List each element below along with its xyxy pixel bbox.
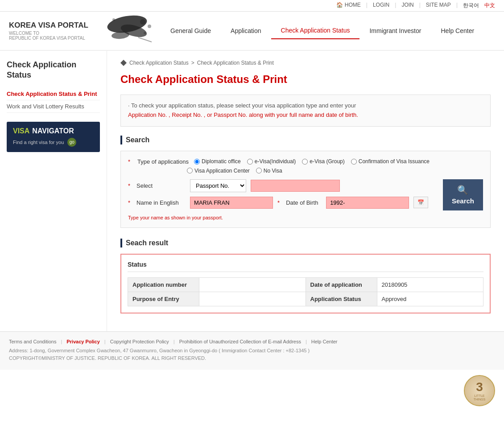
radio-diplomatic[interactable]: Diplomatic office (194, 158, 241, 165)
join-link[interactable]: JOIN (401, 2, 413, 9)
breadcrumb: Check Application Status > Check Applica… (120, 60, 491, 66)
breadcrumb-item1: Check Application Status (129, 60, 189, 66)
form-row-select: * Select Passport No. Application No. Re… (128, 179, 483, 220)
page-title: Check Application Status & Print (120, 73, 491, 86)
footer-privacy[interactable]: Privacy Policy (66, 339, 100, 344)
main-layout: Check Application Status Check Applicati… (0, 51, 504, 331)
breadcrumb-item2: Check Application Status & Print (197, 60, 274, 66)
sidebar-title: Check Application Status (7, 60, 100, 81)
sep1: | (366, 2, 368, 9)
visa-nav-top: VISA NAVIGATOR (13, 127, 94, 135)
sidebar-item-check-print[interactable]: Check Application Status & Print (7, 88, 100, 100)
name-label: Name in English (136, 199, 186, 206)
select-dropdown[interactable]: Passport No. Application No. Receipt No. (190, 179, 246, 192)
ink-splash-svg (98, 15, 156, 46)
radio-evisa-ind-label: e-Visa(Individual) (255, 158, 296, 165)
logo-title: KOREA VISA PORTAL (9, 21, 98, 30)
login-link[interactable]: LOGIN (373, 2, 389, 9)
type-radio-group2: Visa Application Center No Visa (187, 168, 282, 174)
form-row-type2: Visa Application Center No Visa (128, 168, 483, 174)
type-radio-group: Diplomatic office e-Visa(Individual) e-V… (194, 158, 430, 165)
table-row: Purpose of Entry Application Status Appr… (128, 292, 483, 306)
sidebar-item-lottery[interactable]: Work and Visit Lottery Results (7, 100, 100, 113)
sep2: | (395, 2, 396, 9)
sidebar-link-lottery[interactable]: Work and Visit Lottery Results (7, 103, 84, 110)
calendar-button[interactable]: 📅 (413, 197, 428, 208)
footer-links: Terms and Conditions | Privacy Policy | … (9, 339, 495, 344)
radio-evisa-grp-input[interactable] (302, 159, 308, 165)
footer-terms[interactable]: Terms and Conditions (9, 339, 56, 344)
date-app-label: Date of application (306, 277, 377, 292)
footer-sep1: | (61, 339, 62, 344)
radio-novisa[interactable]: No Visa (256, 168, 282, 174)
breadcrumb-sep: > (191, 60, 194, 66)
sep4: | (456, 2, 458, 9)
radio-vac[interactable]: Visa Application Center (187, 168, 250, 174)
radio-vac-input[interactable] (187, 168, 193, 173)
footer-copyright[interactable]: Copyright Protection Policy (110, 339, 169, 344)
lang-kr-link[interactable]: 한국어 (463, 2, 479, 9)
top-bar: 🏠 HOME | LOGIN | JOIN | SITE MAP | 한국어 中… (0, 0, 504, 12)
passport-input[interactable] (251, 180, 340, 192)
header: KOREA VISA PORTAL WELCOME TO REPUBLIC OF… (0, 12, 504, 51)
svg-point-7 (112, 18, 115, 21)
svg-point-3 (140, 19, 145, 25)
breadcrumb-home-icon (120, 60, 127, 66)
nav-immigrant[interactable]: Immigrant Investor (359, 23, 431, 39)
info-line1: · To check your application status, plea… (128, 102, 356, 109)
footer-sep2: | (104, 339, 106, 344)
main-nav: General Guide Application Check Applicat… (161, 22, 484, 39)
radio-evisa-grp[interactable]: e-Visa (Group) (302, 158, 344, 165)
footer: Terms and Conditions | Privacy Policy | … (0, 331, 504, 370)
radio-diplomatic-input[interactable] (194, 159, 200, 165)
search-btn-label: Search (452, 197, 474, 205)
dob-input[interactable] (326, 197, 409, 209)
footer-address: Address: 1-dong, Government Complex Gwac… (9, 347, 495, 363)
footer-prohibition[interactable]: Prohibition of Unauthorized Collection o… (179, 339, 301, 344)
sidebar-link-check-print[interactable]: Check Application Status & Print (7, 91, 97, 97)
search-form: * Type of applications Diplomatic office… (120, 151, 491, 228)
result-section-bar (120, 239, 122, 247)
svg-point-5 (144, 32, 146, 34)
nav-general-guide[interactable]: General Guide (161, 23, 221, 39)
lang-cn-link[interactable]: 中文 (484, 2, 495, 9)
purpose-value (199, 292, 306, 306)
radio-confirmation[interactable]: Confirmation of Visa Issuance (351, 158, 430, 165)
radio-novisa-input[interactable] (256, 168, 262, 173)
home-link[interactable]: 🏠 HOME (336, 2, 360, 9)
result-status-header: Status (128, 261, 483, 272)
visa-navigator-widget: VISA NAVIGATOR Find a right visa for you… (7, 122, 100, 152)
hint-text: Type your name as shown in your passport… (128, 215, 438, 220)
search-button[interactable]: 🔍 Search (443, 179, 483, 210)
content-area: Check Application Status > Check Applica… (107, 51, 504, 331)
visa-label: VISA (13, 127, 29, 135)
required-star-select: * (128, 182, 130, 189)
home-icon: 🏠 (336, 2, 343, 8)
nav-check-application[interactable]: Check Application Status (271, 22, 360, 39)
app-number-value (199, 277, 306, 292)
select-label: Select (136, 182, 186, 189)
result-section-title: Seach result (120, 239, 491, 247)
required-star-name: * (128, 199, 130, 206)
go-button[interactable]: go (67, 138, 76, 147)
sitemap-link[interactable]: SITE MAP (426, 2, 451, 9)
footer-help[interactable]: Help Center (311, 339, 338, 344)
logo-ink-decoration (98, 15, 156, 46)
info-box: · To check your application status, plea… (120, 95, 491, 127)
radio-evisa-ind-input[interactable] (247, 159, 253, 165)
radio-evisa-ind[interactable]: e-Visa(Individual) (247, 158, 296, 165)
logo-subtitle: WELCOME TO REPUBLIC OF KOREA VISA PORTAL (9, 31, 98, 41)
search-section-title: Search (120, 136, 491, 144)
radio-confirmation-input[interactable] (351, 159, 357, 165)
radio-novisa-label: No Visa (264, 168, 282, 174)
purpose-label: Purpose of Entry (128, 292, 199, 306)
nav-application[interactable]: Application (221, 23, 271, 39)
result-box: Status Application number Date of applic… (120, 254, 491, 313)
required-star-type: * (128, 158, 130, 165)
nav-help[interactable]: Help Center (431, 23, 484, 39)
radio-vac-label: Visa Application Center (194, 168, 250, 174)
app-number-label: Application number (128, 277, 199, 292)
type-label: Type of applications (137, 158, 189, 165)
name-input[interactable] (190, 197, 273, 209)
app-status-label: Application Status (306, 292, 377, 306)
